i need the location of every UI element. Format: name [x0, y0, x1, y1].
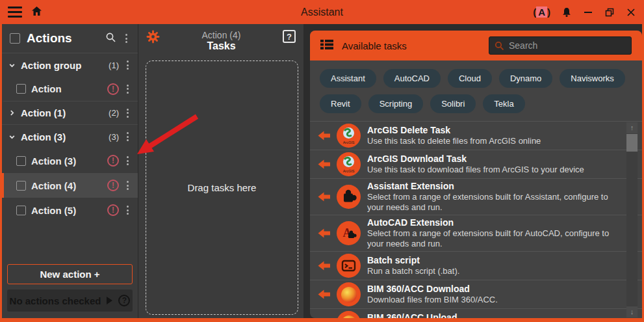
scroll-up-button[interactable]: ↑: [626, 122, 638, 133]
chevron-down-icon[interactable]: [8, 133, 16, 141]
play-icon: [107, 297, 112, 304]
chip-revit[interactable]: Revit: [320, 94, 361, 113]
item-label: Action: [31, 83, 62, 94]
item-kebab-icon[interactable]: [124, 83, 131, 95]
chevron-down-icon[interactable]: [8, 62, 16, 69]
actions-menu-kebab-icon[interactable]: [123, 33, 130, 44]
item-kebab-icon[interactable]: [124, 204, 131, 216]
item-checkbox[interactable]: [16, 206, 26, 215]
add-task-arrow-icon[interactable]: [318, 192, 330, 202]
item-label: Action (3): [31, 155, 76, 167]
notifications-bell-icon[interactable]: [561, 7, 572, 18]
close-button[interactable]: [626, 7, 636, 18]
restore-button[interactable]: [604, 7, 615, 18]
task-description: Select from a range of extensions built …: [367, 192, 625, 213]
task-row-bim360-upload[interactable]: BIM 360/ACC UploadUpload files to BIM 36…: [310, 309, 642, 318]
add-task-arrow-icon[interactable]: [318, 289, 330, 299]
language-icon[interactable]: (A): [533, 7, 550, 18]
chip-scripting[interactable]: Scripting: [368, 94, 424, 113]
chip-solibri[interactable]: Solibri: [430, 94, 476, 113]
item-kebab-icon[interactable]: [124, 107, 131, 119]
chip-navisworks[interactable]: Navisworks: [560, 69, 625, 88]
task-list-icon: [320, 39, 333, 53]
action-tasks-panel: Action (4) Tasks ? Drag tasks here: [138, 24, 303, 318]
scroll-down-button[interactable]: ↓: [626, 306, 638, 317]
minimize-button[interactable]: [583, 7, 593, 18]
add-task-arrow-icon[interactable]: [318, 228, 330, 238]
task-search-box[interactable]: [489, 36, 632, 55]
task-row-autocad-extension[interactable]: A AutoCAD ExtensionSelect from a range o…: [310, 215, 642, 252]
task-list: ArcGIS ArcGIS Delete TaskUse this task t…: [310, 121, 642, 318]
task-description: Select from a range of extensions built …: [367, 228, 625, 249]
chip-cloud[interactable]: Cloud: [448, 69, 492, 88]
chip-autocad[interactable]: AutoCAD: [383, 69, 441, 88]
selected-action-name: Action (4): [160, 30, 283, 40]
task-row-arcgis-delete[interactable]: ArcGIS ArcGIS Delete TaskUse this task t…: [310, 122, 642, 150]
settings-gear-icon[interactable]: [146, 30, 160, 46]
task-description: Run a batch script (.bat).: [367, 266, 459, 276]
item-count: (2): [109, 108, 119, 118]
actions-header: Actions: [2, 24, 138, 53]
help-circle-icon[interactable]: ?: [118, 295, 130, 306]
available-tasks-header: Available tasks: [310, 31, 642, 60]
titlebar: Assistant (A): [0, 0, 644, 24]
item-kebab-icon[interactable]: [124, 180, 131, 191]
scrollbar-thumb[interactable]: [626, 134, 638, 152]
task-row-assistant-extension[interactable]: Assistant ExtensionSelect from a range o…: [310, 179, 642, 215]
help-icon[interactable]: ?: [283, 30, 296, 43]
scrollbar[interactable]: ↑ ↓: [626, 122, 638, 317]
available-tasks-panel: Available tasks Assistant AutoCAD Cloud …: [310, 31, 642, 318]
home-icon[interactable]: [31, 6, 42, 19]
sidebar-item-action-group[interactable]: Action group (1): [2, 53, 138, 77]
item-checkbox[interactable]: [16, 156, 26, 166]
task-title: BIM 360/ACC Upload: [367, 312, 477, 318]
task-row-batch-script[interactable]: Batch scriptRun a batch script (.bat).: [310, 252, 642, 280]
actions-sidebar: Actions Action group (1) Action !: [2, 24, 138, 318]
sidebar-item-action[interactable]: Action !: [2, 77, 138, 101]
item-label: Action (5): [31, 205, 76, 216]
bim-sphere-icon: [337, 282, 361, 306]
warning-icon: !: [107, 180, 119, 191]
task-row-bim360-download[interactable]: BIM 360/ACC DownloadDownload files from …: [310, 280, 642, 309]
hamburger-menu-icon[interactable]: [8, 4, 22, 20]
tasks-panel-title: Tasks: [160, 40, 283, 52]
item-kebab-icon[interactable]: [124, 59, 131, 71]
chip-dynamo[interactable]: Dynamo: [499, 69, 552, 88]
item-checkbox[interactable]: [16, 181, 26, 191]
run-bar-label: No actions checked: [10, 295, 101, 306]
chip-tekla[interactable]: Tekla: [483, 94, 524, 113]
sidebar-item-action-3[interactable]: Action (3) !: [2, 148, 138, 173]
category-filter-chips: Assistant AutoCAD Cloud Dynamo Naviswork…: [310, 60, 642, 117]
add-task-arrow-icon[interactable]: [318, 159, 330, 169]
item-label: Action (1): [21, 107, 66, 118]
select-all-checkbox[interactable]: [10, 33, 20, 44]
task-dropzone[interactable]: Drag tasks here: [146, 60, 298, 315]
arcgis-globe-icon: ArcGIS: [337, 152, 361, 176]
chip-assistant[interactable]: Assistant: [320, 69, 376, 88]
item-kebab-icon[interactable]: [124, 131, 131, 142]
sidebar-item-action-5[interactable]: Action (5) !: [2, 198, 138, 222]
search-icon[interactable]: [105, 32, 116, 46]
task-search-input[interactable]: [509, 40, 626, 51]
run-actions-bar[interactable]: No actions checked ?: [7, 289, 133, 312]
item-kebab-icon[interactable]: [124, 155, 131, 167]
language-letter: A: [536, 7, 547, 18]
item-label: Action (4): [31, 180, 76, 191]
bim-sphere-icon: [337, 311, 361, 318]
item-count: (3): [109, 132, 119, 142]
item-label: Action (3): [21, 131, 66, 142]
sidebar-item-action-3-group[interactable]: Action (3) (3): [2, 125, 138, 148]
add-task-arrow-icon[interactable]: [318, 261, 330, 271]
available-tasks-region: Available tasks Assistant AutoCAD Cloud …: [303, 24, 642, 318]
task-title: ArcGIS Delete Task: [367, 125, 541, 136]
chevron-right-icon[interactable]: [8, 109, 16, 116]
sidebar-item-action-4-selected[interactable]: Action (4) !: [2, 173, 138, 198]
task-row-arcgis-download[interactable]: ArcGIS ArcGIS Download TaskUse this task…: [310, 150, 642, 179]
task-description: Use this task to delete files from ArcGI…: [367, 136, 541, 146]
sidebar-item-action-1[interactable]: Action (1) (2): [2, 101, 138, 125]
arcgis-globe-icon: ArcGIS: [337, 124, 361, 148]
new-action-button[interactable]: New action +: [7, 264, 133, 284]
add-task-arrow-icon[interactable]: [318, 131, 330, 141]
task-title: AutoCAD Extension: [367, 217, 625, 228]
item-checkbox[interactable]: [16, 84, 26, 94]
